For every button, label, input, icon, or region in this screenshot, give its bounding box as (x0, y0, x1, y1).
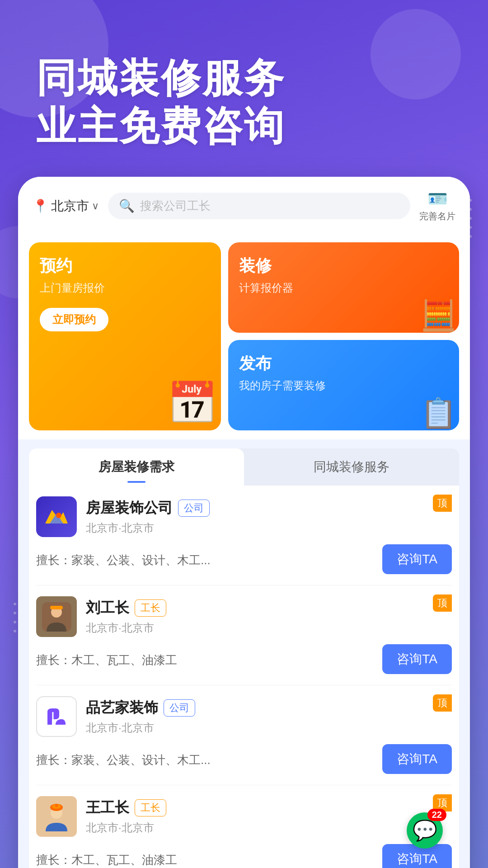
banner-fabu-title: 发布 (239, 353, 448, 375)
avatar (36, 596, 77, 637)
listing-info: 刘工长 工长 北京市·北京市 (86, 598, 452, 635)
listing-item: 顶 刘工长 工长 北京市·北京市 (36, 585, 452, 685)
profile-card-label: 完善名片 (419, 210, 455, 222)
listing-header: 王工长 工长 北京市·北京市 (36, 796, 452, 837)
chevron-down-icon: ∨ (92, 200, 99, 212)
yuyue-btn[interactable]: 立即预约 (40, 308, 108, 331)
profile-card-icon: 🪪 (427, 189, 448, 208)
search-bar-area: 📍 北京市 ∨ 🔍 搜索公司工长 🪪 完善名片 (18, 177, 470, 233)
tabs-container: 房屋装修需求 同城装修服务 (29, 448, 459, 486)
listings-container: 顶 房屋装饰公司 公司 北京市·北 (29, 486, 459, 868)
fabu-decoration: 📋 (420, 396, 457, 430)
listing-name-row: 品艺家装饰 公司 (86, 698, 452, 718)
avatar (36, 796, 77, 837)
banner-zhuangxiu[interactable]: 装修 计算报价器 🧮 (228, 242, 459, 333)
listing-skills: 擅长：家装、公装、设计、木工... (36, 752, 211, 768)
main-card: 📍 北京市 ∨ 🔍 搜索公司工长 🪪 完善名片 预约 上门量房报价 立即预约 📅… (18, 177, 470, 868)
wechat-icon: 💬 (413, 819, 437, 842)
listing-location: 北京市·北京市 (86, 621, 452, 635)
consult-button[interactable]: 咨询TA (382, 544, 452, 574)
listing-item: 顶 品艺家装饰 公司 北京市·北京市 (36, 685, 452, 785)
banner-zhuangxiu-title: 装修 (239, 255, 448, 277)
listing-skills: 擅长：木工、瓦工、油漆工 (36, 652, 177, 668)
listing-location: 北京市·北京市 (86, 521, 452, 535)
hero-line1: 同城装修服务 (36, 56, 286, 100)
zhuangxiu-decoration: 🧮 (420, 298, 457, 333)
listing-name: 品艺家装饰 (86, 698, 158, 718)
location-selector[interactable]: 📍 北京市 ∨ (33, 198, 99, 215)
search-icon: 🔍 (119, 198, 135, 213)
listing-badge: 工长 (135, 799, 166, 816)
wechat-float-button[interactable]: 💬 22 (407, 812, 443, 849)
profile-card-button[interactable]: 🪪 完善名片 (419, 189, 455, 222)
location-icon: 📍 (33, 198, 48, 213)
listing-name-row: 王工长 工长 (86, 798, 452, 818)
yuyue-decoration: 📅 (167, 379, 217, 427)
listing-badge: 工长 (135, 599, 166, 617)
listing-footer: 擅长：家装、公装、设计、木工... 咨询TA (36, 744, 452, 774)
listing-location: 北京市·北京市 (86, 721, 452, 735)
banner-yuyue-subtitle: 上门量房报价 (40, 281, 210, 295)
tab-demand[interactable]: 房屋装修需求 (29, 448, 244, 486)
wechat-badge: 22 (427, 809, 446, 821)
banner-fabu[interactable]: 发布 我的房子需要装修 📋 (228, 340, 459, 430)
banner-yuyue[interactable]: 预约 上门量房报价 立即预约 📅 (29, 242, 221, 430)
listing-header: 品艺家装饰 公司 北京市·北京市 (36, 696, 452, 737)
listing-item: 顶 王工长 工长 北 (36, 785, 452, 868)
svg-rect-3 (50, 606, 63, 609)
avatar (36, 696, 77, 737)
hero-section: 同城装修服务 业主免费咨询 (0, 0, 488, 177)
consult-button[interactable]: 咨询TA (382, 844, 452, 868)
listing-name: 刘工长 (86, 598, 129, 618)
listing-footer: 擅长：家装、公装、设计、木工... 咨询TA (36, 544, 452, 574)
listing-name: 房屋装饰公司 (86, 498, 173, 518)
listing-name: 王工长 (86, 798, 129, 818)
listing-footer: 擅长：木工、瓦工、油漆工 咨询TA (36, 644, 452, 674)
hero-line2: 业主免费咨询 (36, 104, 286, 148)
consult-button[interactable]: 咨询TA (382, 644, 452, 674)
listing-name-row: 刘工长 工长 (86, 598, 452, 618)
listing-header: 房屋装饰公司 公司 北京市·北京市 (36, 496, 452, 537)
top-badge: 顶 (433, 694, 452, 712)
svg-point-9 (55, 804, 58, 807)
search-placeholder: 搜索公司工长 (140, 198, 211, 214)
top-badge: 顶 (433, 495, 452, 512)
svg-point-0 (56, 513, 61, 518)
location-text: 北京市 (51, 198, 89, 215)
listing-location: 北京市·北京市 (86, 821, 452, 835)
listing-name-row: 房屋装饰公司 公司 (86, 498, 452, 518)
company-logo (36, 496, 77, 537)
listing-skills: 擅长：木工、瓦工、油漆工 (36, 852, 177, 868)
listing-footer: 擅长：木工、瓦工、油漆工 咨询TA (36, 844, 452, 868)
listing-info: 品艺家装饰 公司 北京市·北京市 (86, 698, 452, 735)
consult-button[interactable]: 咨询TA (382, 744, 452, 774)
banner-zhuangxiu-subtitle: 计算报价器 (239, 281, 448, 295)
avatar (36, 496, 77, 537)
search-input-wrap[interactable]: 🔍 搜索公司工长 (108, 193, 410, 219)
listing-item: 顶 房屋装饰公司 公司 北京市·北 (36, 486, 452, 585)
listing-skills: 擅长：家装、公装、设计、木工... (36, 552, 211, 568)
listing-badge: 公司 (178, 500, 210, 517)
banner-grid: 预约 上门量房报价 立即预约 📅 装修 计算报价器 🧮 发布 我的房子需要装修 … (18, 233, 470, 439)
banner-fabu-subtitle: 我的房子需要装修 (239, 378, 448, 393)
tab-service[interactable]: 同城装修服务 (244, 448, 459, 486)
banner-yuyue-title: 预约 (40, 255, 210, 277)
listing-info: 房屋装饰公司 公司 北京市·北京市 (86, 498, 452, 535)
top-badge: 顶 (433, 594, 452, 612)
listing-info: 王工长 工长 北京市·北京市 (86, 798, 452, 835)
listing-header: 刘工长 工长 北京市·北京市 (36, 596, 452, 637)
listing-badge: 公司 (164, 699, 195, 717)
